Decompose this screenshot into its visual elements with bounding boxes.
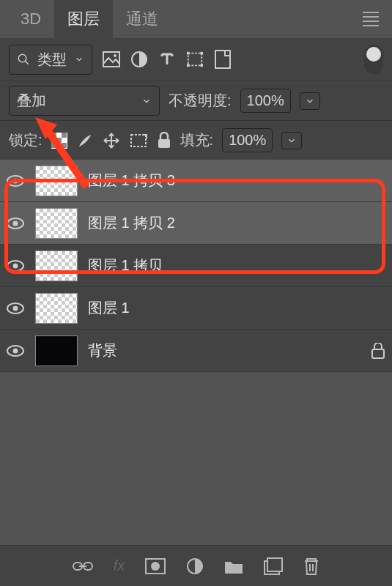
filter-toggle[interactable] [364, 45, 383, 74]
layers-list: 图层 1 拷贝 3 图层 1 拷贝 2 图层 1 拷贝 图层 1 背景 [0, 160, 392, 372]
chevron-down-icon [305, 96, 315, 106]
svg-rect-29 [372, 349, 384, 358]
svg-point-3 [114, 54, 117, 57]
svg-point-24 [13, 263, 18, 268]
tab-3d[interactable]: 3D [7, 0, 54, 38]
opacity-dropdown[interactable] [300, 92, 320, 110]
layer-name[interactable]: 图层 1 拷贝 2 [88, 213, 386, 233]
layer-name[interactable]: 图层 1 拷贝 3 [88, 171, 386, 190]
layer-row[interactable]: 图层 1 拷贝 [0, 245, 392, 287]
blend-toolbar: 叠加 不透明度: 100% [0, 81, 392, 120]
link-layers-icon[interactable] [73, 560, 93, 572]
svg-rect-16 [62, 143, 67, 148]
search-icon [17, 53, 30, 66]
layer-thumbnail[interactable] [35, 208, 78, 239]
visibility-toggle[interactable] [6, 345, 25, 357]
lock-transparency-icon[interactable] [51, 133, 67, 149]
filter-type-dropdown[interactable]: 类型 [9, 45, 92, 75]
new-layer-icon[interactable] [264, 557, 283, 575]
svg-rect-5 [188, 53, 201, 66]
visibility-toggle[interactable] [6, 175, 25, 187]
lock-indicator-icon [371, 343, 386, 359]
layer-thumbnail[interactable] [35, 335, 78, 366]
fx-icon[interactable]: fx [114, 557, 125, 574]
visibility-toggle[interactable] [6, 218, 25, 229]
svg-rect-8 [187, 64, 190, 67]
opacity-label: 不透明度: [169, 91, 232, 111]
svg-rect-37 [267, 558, 282, 571]
svg-rect-2 [103, 52, 119, 67]
svg-rect-18 [158, 139, 170, 148]
layer-thumbnail[interactable] [35, 293, 78, 324]
tab-channels[interactable]: 通道 [113, 0, 171, 38]
lock-position-icon[interactable] [103, 132, 120, 149]
filter-label: 类型 [37, 50, 67, 70]
lock-toolbar: 锁定: 填充: 100% [0, 120, 392, 160]
mask-icon[interactable] [145, 558, 166, 574]
tab-layers[interactable]: 图层 [54, 0, 113, 38]
filter-shape-icon[interactable] [186, 51, 204, 68]
panel-menu-icon[interactable] [357, 6, 385, 32]
layer-name[interactable]: 背景 [88, 341, 361, 360]
opacity-value[interactable]: 100% [240, 89, 291, 113]
svg-rect-6 [187, 52, 190, 55]
svg-point-35 [151, 562, 160, 571]
fill-value[interactable]: 100% [222, 128, 273, 152]
layer-row[interactable]: 图层 1 拷贝 3 [0, 160, 392, 202]
blend-mode-dropdown[interactable]: 叠加 [9, 86, 160, 116]
layer-name[interactable]: 图层 1 拷贝 [88, 256, 386, 275]
layer-row[interactable]: 背景 [0, 330, 392, 372]
svg-rect-12 [51, 133, 56, 138]
svg-rect-14 [56, 138, 62, 143]
svg-point-26 [13, 305, 18, 311]
panel-tabs: 3D 图层 通道 [0, 0, 392, 38]
svg-point-0 [18, 54, 26, 62]
svg-point-20 [13, 178, 18, 183]
lock-label: 锁定: [9, 130, 42, 150]
chevron-down-icon [286, 136, 297, 146]
group-icon[interactable] [224, 558, 243, 574]
svg-rect-17 [131, 135, 146, 146]
chevron-down-icon [141, 96, 152, 106]
bottom-toolbar: fx [0, 545, 392, 586]
lock-artboard-icon[interactable] [129, 133, 148, 149]
lock-brush-icon[interactable] [76, 132, 94, 149]
filter-toolbar: 类型 [0, 38, 392, 81]
layer-row[interactable]: 图层 1 拷贝 2 [0, 202, 392, 245]
svg-line-1 [25, 61, 29, 64]
layer-row[interactable]: 图层 1 [0, 287, 392, 330]
visibility-toggle[interactable] [6, 303, 25, 314]
svg-point-22 [13, 220, 18, 226]
svg-rect-15 [51, 143, 56, 148]
svg-point-28 [13, 348, 18, 353]
lock-all-icon[interactable] [157, 132, 171, 149]
layer-thumbnail[interactable] [35, 251, 78, 281]
filter-type-icon[interactable] [158, 51, 176, 68]
svg-rect-10 [215, 51, 230, 68]
fill-label: 填充: [180, 130, 214, 150]
filter-smart-icon[interactable] [214, 51, 232, 68]
svg-rect-13 [62, 133, 67, 138]
layer-name[interactable]: 图层 1 [88, 298, 386, 318]
chevron-down-icon [74, 54, 84, 64]
filter-image-icon[interactable] [103, 51, 120, 68]
blend-mode-value: 叠加 [17, 91, 46, 111]
svg-rect-7 [200, 52, 203, 55]
fill-dropdown[interactable] [281, 132, 302, 149]
svg-rect-9 [200, 64, 203, 67]
visibility-toggle[interactable] [6, 260, 25, 272]
delete-layer-icon[interactable] [303, 557, 319, 576]
adjustment-layer-icon[interactable] [186, 557, 204, 575]
filter-adjust-icon[interactable] [130, 51, 148, 68]
layer-thumbnail[interactable] [35, 166, 78, 196]
